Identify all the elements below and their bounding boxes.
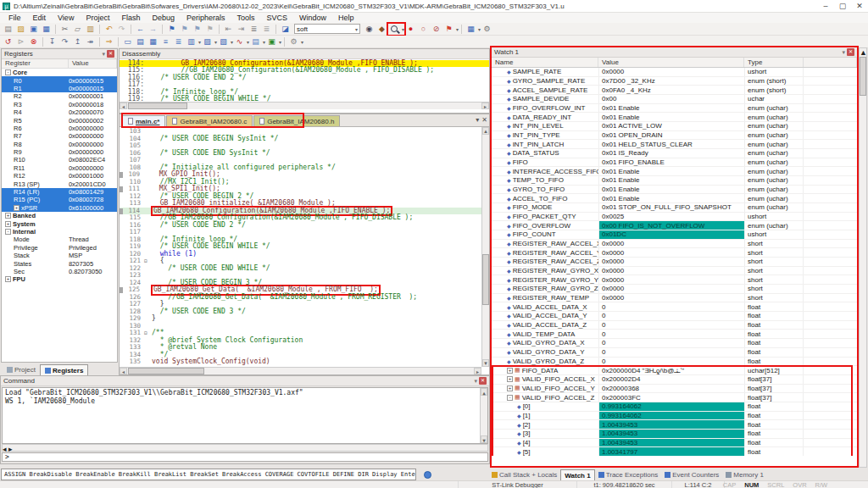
register-row[interactable]: R70x00000000 [2, 132, 117, 140]
uncomment-icon[interactable]: ≣ [261, 24, 272, 35]
watch-row[interactable]: ◆REGISTER_RAW_ACCEL_X0x0000short [492, 240, 857, 249]
watch-row[interactable]: ◆REGISTER_RAW_GYRO_X0x0000short [492, 267, 857, 276]
watch-row[interactable]: +▦VALID_FIFO_ACCEL_X0x200002D4float[37] [492, 375, 857, 385]
watch-row[interactable]: ◆REGISTER_RAW_ACCEL_Z0x0000short [492, 258, 857, 267]
command-hscrollbar[interactable]: ◂ ▸ [2, 444, 488, 452]
register-row[interactable]: R00x00000015 [2, 76, 117, 84]
watch-row[interactable]: ◆INT_PIN_LEVEL0x01 ACTIVE_LOWenum (uchar… [492, 122, 857, 131]
disassembly-window-icon[interactable]: ▤ [135, 36, 146, 47]
watch-row[interactable]: ◆VALID_ACCEL_DATA_Y0float [492, 312, 857, 321]
editor-line[interactable]: 130 [120, 323, 489, 330]
tree-expander-icon[interactable]: + [507, 376, 513, 382]
scroll-left-icon[interactable]: ◂ [120, 368, 127, 374]
dock-tab-memory-1[interactable]: Memory 1 [722, 469, 767, 480]
watch-row[interactable]: ◆DATA_STATUS0x01 IS_Readyenum (uchar) [492, 149, 857, 158]
reset-icon[interactable]: ↺ [3, 36, 14, 47]
register-row[interactable]: States8207305 [2, 259, 117, 267]
window-layout-icon[interactable]: ▦ [465, 24, 476, 35]
scroll-up-icon[interactable]: ▲ [481, 388, 487, 396]
watch-row[interactable]: ◆VALID_GYRO_DATA_Y0float [492, 348, 857, 358]
register-row[interactable]: -Internal [2, 228, 117, 236]
comment-icon[interactable]: ≣ [248, 24, 259, 35]
register-row[interactable]: +System [2, 219, 117, 227]
editor-line[interactable]: 104 /* USER CODE BEGIN SysInit */ [120, 136, 489, 143]
editor-hscrollbar[interactable]: ◂ ▸ [120, 367, 481, 374]
bookmark-prev-icon[interactable]: ⚑ [179, 24, 190, 35]
trace-window-icon[interactable]: ▤ [250, 36, 261, 47]
goto-current-statement-icon[interactable]: ⇒ [103, 36, 114, 47]
watch-row[interactable]: ◆VALID_GYRO_DATA_Z0float [492, 358, 857, 367]
menu-item-file[interactable]: File [3, 13, 27, 23]
watch-row[interactable]: ◆REGISTER_RAW_GYRO_Z0x0000short [492, 285, 857, 294]
register-row[interactable]: R50x00000002 [2, 116, 117, 124]
undo-icon[interactable]: ↶ [103, 24, 114, 35]
save-all-icon[interactable]: ▦ [41, 24, 52, 35]
editor-line[interactable]: 128 /* USER CODE END 3 */ [120, 308, 489, 316]
quick-find-icon[interactable]: ◪ [280, 24, 291, 35]
watch-row[interactable]: -▦VALID_FIFO_ACCEL_Z0x200003FCfloat[37] [492, 393, 857, 402]
watch-row[interactable]: ◆FIFO_PACKET_QTY0x0025ushort [492, 213, 857, 222]
menu-item-window[interactable]: Window [293, 13, 332, 23]
menu-item-view[interactable]: View [52, 13, 80, 23]
watch-row[interactable]: +▦VALID_FIFO_ACCEL_Y0x20000368float[37] [492, 385, 857, 394]
command-vscrollbar[interactable]: ▲ ▼ [480, 388, 487, 443]
cut-icon[interactable]: ✂ [59, 24, 70, 35]
dock-tab-project[interactable]: Project [3, 364, 40, 375]
watch-row[interactable]: +▦FIFO_DATA0x200000D4 "ƎHـƍ/\b@ـثـʼ"ucha… [492, 366, 857, 375]
register-row[interactable]: PrivilegePrivileged [2, 244, 117, 252]
copy-icon[interactable]: ▱ [72, 24, 83, 35]
dock-tab-event-counters[interactable]: Event Counters [661, 469, 722, 480]
watch-row[interactable]: ◆REGISTER_RAW_GYRO_Y0x0000short [492, 275, 857, 285]
close-panel-icon[interactable]: ✕ [479, 377, 487, 385]
tree-expander-icon[interactable]: + [507, 368, 513, 374]
watch-row[interactable]: ◆FIFO_COUNT0x01DCushort [492, 230, 857, 240]
register-row[interactable]: R60x00000000 [2, 125, 117, 132]
watch-row[interactable]: ◆INTERFACE_ACCESS_FIFO0x01 Enableenum (u… [492, 167, 857, 176]
serial-window-icon[interactable]: ▧ [218, 36, 229, 47]
step-out-icon[interactable]: ↥ [72, 36, 83, 47]
minimize-button[interactable]: – [817, 1, 834, 12]
fold-collapse-icon[interactable]: ⊟ [144, 330, 152, 337]
registers-window-icon[interactable]: ≡ [160, 36, 171, 47]
editor-line[interactable]: 129} [120, 315, 489, 323]
register-row[interactable]: R110x00000000 [2, 164, 117, 172]
breakpoint-kill-icon[interactable]: ⊘ [431, 24, 442, 35]
scroll-up-icon[interactable]: ▲ [482, 127, 489, 135]
pin-icon[interactable]: ▾ [474, 378, 477, 385]
scroll-down-icon[interactable]: ▼ [482, 359, 489, 367]
watch-row[interactable]: ◆[2]1.00439453float [492, 420, 857, 430]
disassembly-code[interactable]: 114: GB_IAM20680_Configuration(&IAM20680… [120, 59, 489, 102]
tab-close-icon[interactable]: ✕ [481, 116, 487, 124]
watch-row[interactable]: ◆ACCEL_SAMPLE_RATE0x0FA0 _4_KHzenum (sho… [492, 86, 857, 95]
watch-row[interactable]: ◆[3]1.00439453float [492, 430, 857, 439]
menu-item-project[interactable]: Project [80, 13, 115, 23]
help-sphere-icon[interactable] [424, 471, 431, 479]
debug-magnifier-icon[interactable] [389, 24, 400, 35]
menu-item-tools[interactable]: Tools [231, 13, 260, 23]
register-row[interactable]: R80x00000000 [2, 141, 117, 148]
watch-row[interactable]: ◆VALID_GYRO_DATA_X0float [492, 339, 857, 348]
editor-line[interactable]: 106 /* USER CODE END SysInit */ [120, 150, 489, 158]
watch-row[interactable]: ◆[4]1.00439453float [492, 439, 857, 448]
chevron-down-icon[interactable]: ▾ [301, 39, 303, 45]
register-row[interactable]: -Core [2, 69, 117, 76]
tree-expander-icon[interactable]: + [14, 205, 19, 211]
editor-line[interactable]: 133 * @retval None [120, 344, 489, 352]
maximize-button[interactable]: ▢ [834, 1, 851, 12]
register-row[interactable]: R10x00000015 [2, 85, 117, 92]
editor-vscrollbar[interactable]: ▲ ▼ [481, 127, 489, 367]
step-over-icon[interactable]: ↷ [59, 36, 70, 47]
breakpoint-window-icon[interactable]: ⚑ [443, 24, 454, 35]
command-input[interactable]: > [2, 452, 488, 462]
editor-line[interactable]: 116 /* USER CODE END 2 */ [120, 222, 489, 230]
register-row[interactable]: R15 (PC)0x08002728 [2, 196, 117, 203]
pin-icon[interactable]: ▾ [102, 51, 105, 58]
editor-line[interactable]: 122 /* USER CODE END WHILE */ [120, 265, 489, 273]
dock-tab-call-stack---locals[interactable]: Call Stack + Locals [488, 469, 560, 480]
watch-row[interactable]: ◆REGISTER_RAW_TEMP0x0000short [492, 294, 857, 303]
register-row[interactable]: +Banked [2, 212, 117, 219]
new-file-icon[interactable]: ▤ [3, 24, 14, 35]
scroll-left-icon[interactable]: ◂ [3, 445, 7, 453]
watch-row[interactable]: ◆SAMPLE_DEVIDE0x00uchar [492, 95, 857, 104]
tree-expander-icon[interactable]: + [5, 221, 11, 227]
